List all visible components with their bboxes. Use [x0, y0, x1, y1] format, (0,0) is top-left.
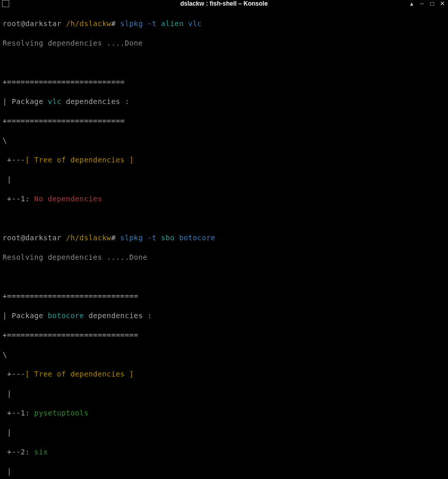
text: dependencies :: [62, 97, 129, 106]
text: +---: [3, 370, 25, 378]
command-arg: alien: [161, 19, 184, 28]
command-text: slpkg -t: [120, 234, 157, 242]
output-line: \: [3, 136, 445, 145]
blank-line: [3, 272, 445, 282]
prompt-symbol: #: [111, 234, 116, 242]
output-line: Resolving dependencies ....Done: [3, 38, 445, 48]
prompt-user-host: root@darkstar: [3, 234, 62, 242]
window-controls: ▴ – □ ✕: [408, 0, 446, 7]
output-line: +---[ Tree of dependencies ]: [3, 155, 445, 165]
command-arg: botocore: [179, 234, 215, 242]
blank-line: [3, 58, 445, 68]
dependency: pysetuptools: [34, 409, 89, 417]
text: +---: [3, 156, 25, 164]
close-button[interactable]: ✕: [439, 0, 446, 7]
output-line: +==========================: [3, 116, 445, 126]
blank-line: [3, 214, 445, 223]
output-line: +=============================: [3, 330, 445, 340]
output-line: +---[ Tree of dependencies ]: [3, 369, 445, 379]
text: | Package: [3, 97, 48, 106]
text: +--1:: [3, 195, 34, 203]
terminal-viewport[interactable]: root@darkstar /h/dslackw# slpkg -t alien…: [0, 7, 448, 479]
output-line: +--1: No dependencies: [3, 194, 445, 204]
output-line: |: [3, 428, 445, 438]
maximize-button[interactable]: □: [429, 0, 436, 7]
text: +--2:: [3, 448, 34, 456]
output-line: | Package botocore dependencies :: [3, 311, 445, 321]
output-line: | Package vlc dependencies :: [3, 97, 445, 107]
output-line: +=============================: [3, 291, 445, 301]
titlebar: dslackw : fish-shell – Konsole ▴ – □ ✕: [0, 0, 448, 7]
prompt-symbol: #: [111, 19, 116, 28]
prompt-user-host: root@darkstar: [3, 19, 62, 28]
text: dependencies :: [84, 311, 152, 320]
output-line: |: [3, 467, 445, 476]
output-line: \: [3, 350, 445, 360]
dependency: No dependencies: [34, 195, 102, 203]
prompt-path: /h/dslackw: [66, 19, 111, 28]
dependency: six: [34, 448, 48, 456]
package-name: botocore: [48, 311, 84, 320]
terminal-line: root@darkstar /h/dslackw# slpkg -t alien…: [3, 19, 445, 29]
output-line: +==========================: [3, 77, 445, 87]
tree-label: [ Tree of dependencies ]: [25, 370, 134, 378]
output-line: |: [3, 175, 445, 184]
text: +--1:: [3, 409, 34, 417]
command-text: slpkg -t: [120, 19, 157, 28]
package-name: vlc: [48, 97, 62, 106]
command-arg: vlc: [188, 19, 202, 28]
output-line: Resolving dependencies .....Done: [3, 253, 445, 262]
prompt-path: /h/dslackw: [66, 234, 111, 242]
rollup-button[interactable]: ▴: [408, 0, 415, 7]
output-line: +--2: six: [3, 447, 445, 457]
minimize-button[interactable]: –: [418, 0, 425, 7]
terminal-line: root@darkstar /h/dslackw# slpkg -t sbo b…: [3, 233, 445, 243]
output-line: |: [3, 389, 445, 399]
app-icon: [2, 0, 9, 7]
text: | Package: [3, 311, 48, 320]
output-line: +--1: pysetuptools: [3, 408, 445, 418]
window-title: dslackw : fish-shell – Konsole: [180, 0, 268, 7]
tree-label: [ Tree of dependencies ]: [25, 156, 134, 164]
command-arg: sbo: [161, 234, 175, 242]
